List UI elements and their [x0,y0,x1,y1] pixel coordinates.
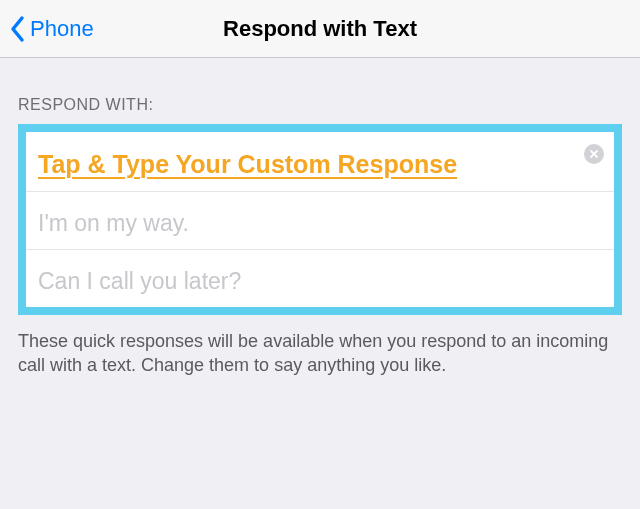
section-header: RESPOND WITH: [0,58,640,124]
section-footer: These quick responses will be available … [0,315,640,392]
custom-response-annotation: Tap & Type Your Custom Response [38,150,457,179]
page-title: Respond with Text [223,16,417,42]
response-row-2[interactable]: I'm on my way. [26,192,614,250]
back-button[interactable]: Phone [10,15,94,43]
response-placeholder: Can I call you later? [38,268,241,294]
responses-group: Tap & Type Your Custom Response I'm on m… [18,124,622,315]
back-label: Phone [30,16,94,42]
chevron-left-icon [10,15,26,43]
response-placeholder: I'm on my way. [38,210,189,236]
response-row-1[interactable]: Tap & Type Your Custom Response [26,132,614,192]
navigation-bar: Phone Respond with Text [0,0,640,58]
clear-text-icon[interactable] [584,144,604,164]
response-row-3[interactable]: Can I call you later? [26,250,614,307]
